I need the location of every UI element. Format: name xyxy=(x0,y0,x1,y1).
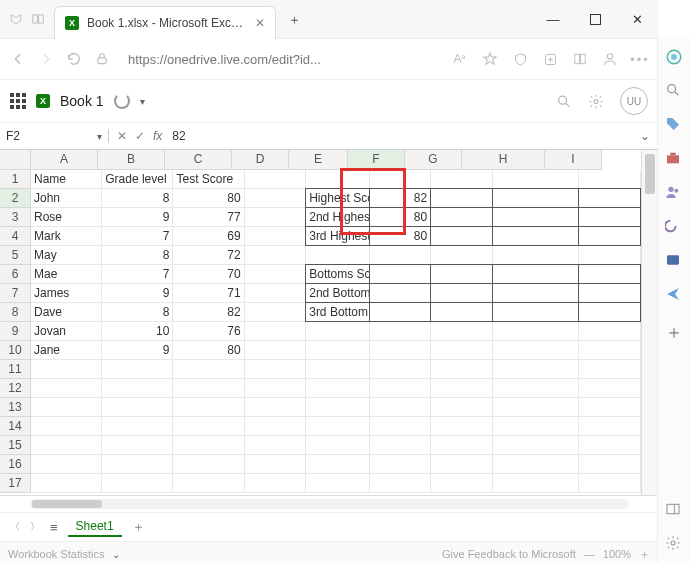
cell[interactable] xyxy=(578,226,641,246)
cell[interactable] xyxy=(31,398,102,417)
cell[interactable]: Dave xyxy=(31,303,102,322)
cell[interactable]: 9 xyxy=(102,208,173,227)
cell[interactable] xyxy=(102,417,173,436)
site-info-icon[interactable] xyxy=(94,51,110,67)
cell[interactable] xyxy=(173,417,244,436)
cell[interactable] xyxy=(370,455,432,474)
row-header[interactable]: 17 xyxy=(0,474,31,493)
panel-toggle-icon[interactable] xyxy=(665,501,683,519)
row-header[interactable]: 5 xyxy=(0,246,31,265)
cell[interactable] xyxy=(245,303,307,322)
cell[interactable] xyxy=(431,170,493,189)
col-header[interactable]: E xyxy=(289,150,348,170)
cell[interactable] xyxy=(430,283,493,303)
cell[interactable]: 82 xyxy=(369,188,432,208)
more-icon[interactable]: ••• xyxy=(632,51,648,67)
cell[interactable]: 69 xyxy=(173,227,244,246)
col-header[interactable]: H xyxy=(462,150,545,170)
cell[interactable] xyxy=(493,170,580,189)
cell[interactable] xyxy=(102,360,173,379)
cell[interactable]: 77 xyxy=(173,208,244,227)
col-header[interactable]: I xyxy=(545,150,602,170)
cell[interactable] xyxy=(578,188,641,208)
cell[interactable]: Jovan xyxy=(31,322,102,341)
cell[interactable] xyxy=(493,322,580,341)
cell[interactable] xyxy=(492,264,580,284)
cell[interactable] xyxy=(370,379,432,398)
cell[interactable]: 82 xyxy=(173,303,244,322)
cell[interactable] xyxy=(245,398,307,417)
people-icon[interactable] xyxy=(665,184,683,202)
cell[interactable]: 80 xyxy=(369,226,432,246)
cell[interactable]: 9 xyxy=(102,284,173,303)
profile-icon[interactable] xyxy=(8,11,24,27)
cell[interactable] xyxy=(173,436,244,455)
cell[interactable] xyxy=(306,170,369,189)
row-header[interactable]: 7 xyxy=(0,284,31,303)
tag-icon[interactable] xyxy=(665,116,683,134)
workbook-stats-button[interactable]: Workbook Statistics xyxy=(8,548,104,560)
send-icon[interactable] xyxy=(665,286,683,304)
cell[interactable]: John xyxy=(31,189,102,208)
browser-profile-icon[interactable] xyxy=(602,51,618,67)
window-minimize-button[interactable]: ― xyxy=(532,0,574,38)
cell[interactable] xyxy=(493,436,580,455)
cell[interactable] xyxy=(579,322,641,341)
cell[interactable]: 9 xyxy=(102,341,173,360)
cell[interactable] xyxy=(102,474,173,493)
cell[interactable] xyxy=(245,189,307,208)
cell[interactable] xyxy=(430,264,493,284)
user-avatar[interactable]: UU xyxy=(620,87,648,115)
cell[interactable] xyxy=(492,226,580,246)
cell[interactable] xyxy=(579,398,641,417)
cell[interactable] xyxy=(431,341,493,360)
row-header[interactable]: 9 xyxy=(0,322,31,341)
cell[interactable] xyxy=(370,360,432,379)
cell[interactable]: 80 xyxy=(173,189,244,208)
expand-formula-bar-icon[interactable]: ⌄ xyxy=(632,129,658,143)
collections-icon[interactable] xyxy=(542,51,558,67)
sheet-nav-left-icon[interactable]: 〈 xyxy=(10,520,20,534)
cell[interactable] xyxy=(173,474,244,493)
zoom-in-button[interactable]: ＋ xyxy=(639,547,650,562)
row-header[interactable]: 4 xyxy=(0,227,31,246)
cell[interactable]: Test Score xyxy=(173,170,244,189)
cell[interactable] xyxy=(370,322,432,341)
cell[interactable] xyxy=(492,302,580,322)
cell[interactable] xyxy=(245,208,307,227)
cell[interactable]: Mae xyxy=(31,265,102,284)
cell[interactable] xyxy=(370,341,432,360)
cell[interactable] xyxy=(245,379,307,398)
cell[interactable] xyxy=(245,322,307,341)
cell[interactable] xyxy=(173,379,244,398)
cell[interactable] xyxy=(245,265,307,284)
cell[interactable]: 2nd Bottom xyxy=(305,283,369,303)
cell[interactable] xyxy=(31,455,102,474)
row-header[interactable]: 16 xyxy=(0,455,31,474)
cell[interactable] xyxy=(431,246,493,265)
cell[interactable]: 3rd Bottom xyxy=(305,302,369,322)
cell[interactable] xyxy=(431,360,493,379)
row-header[interactable]: 8 xyxy=(0,303,31,322)
col-header[interactable]: D xyxy=(232,150,289,170)
row-header[interactable]: 1 xyxy=(0,170,31,189)
cell[interactable] xyxy=(245,284,307,303)
row-header[interactable]: 2 xyxy=(0,189,31,208)
cell[interactable] xyxy=(579,474,641,493)
cell[interactable] xyxy=(492,207,580,227)
cell[interactable] xyxy=(493,341,580,360)
cell[interactable]: 70 xyxy=(173,265,244,284)
new-tab-button[interactable]: ＋ xyxy=(282,8,306,32)
cell[interactable]: 3rd Highest xyxy=(305,226,369,246)
feedback-button[interactable]: Give Feedback to Microsoft xyxy=(442,548,576,560)
cell[interactable] xyxy=(306,360,369,379)
cell[interactable] xyxy=(430,207,493,227)
cell[interactable] xyxy=(493,379,580,398)
cell[interactable] xyxy=(102,455,173,474)
cell[interactable]: Jane xyxy=(31,341,102,360)
split-screen-icon[interactable] xyxy=(572,51,588,67)
window-close-button[interactable]: ✕ xyxy=(616,0,658,38)
cell[interactable] xyxy=(579,379,641,398)
all-sheets-icon[interactable]: ≡ xyxy=(50,520,58,535)
cell[interactable] xyxy=(369,302,432,322)
